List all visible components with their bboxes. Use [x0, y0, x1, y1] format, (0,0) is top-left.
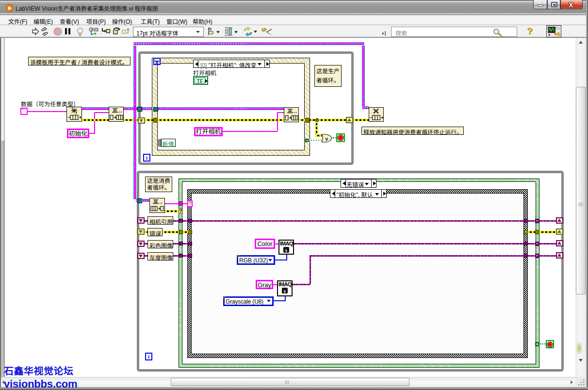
- svg-text:v: v: [326, 136, 328, 142]
